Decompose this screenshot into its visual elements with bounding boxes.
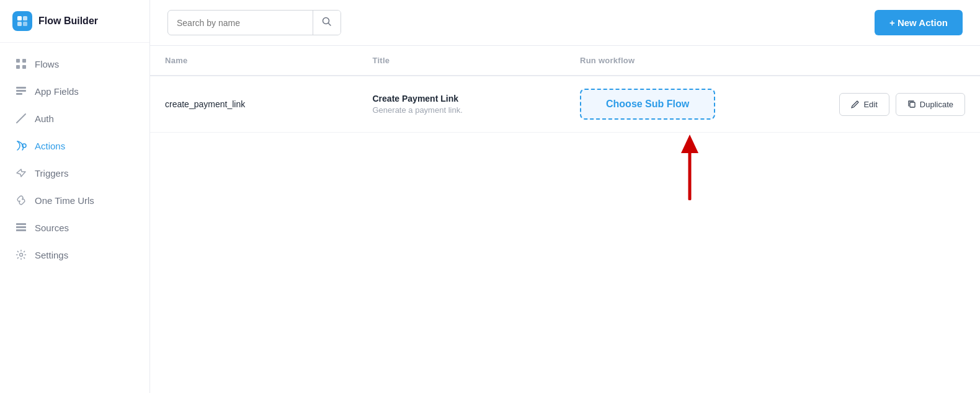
svg-rect-9 [16, 90, 26, 92]
svg-marker-20 [681, 135, 698, 153]
sidebar-item-flows-label: Flows [35, 59, 59, 69]
triggers-icon [15, 167, 27, 179]
choose-subflow-button[interactable]: Choose Sub Flow [580, 89, 715, 120]
arrow-annotation [677, 132, 702, 202]
svg-rect-15 [16, 229, 26, 231]
app-title: Flow Builder [38, 15, 98, 27]
svg-point-16 [20, 254, 23, 257]
svg-rect-10 [16, 93, 22, 95]
svg-rect-4 [16, 59, 20, 63]
sidebar-item-flows[interactable]: Flows [0, 50, 149, 77]
sidebar-item-one-time-urls[interactable]: One Time Urls [0, 187, 149, 214]
action-title: Create Payment Link [373, 94, 551, 104]
sidebar-item-triggers[interactable]: Triggers [0, 159, 149, 187]
auth-icon [15, 112, 27, 125]
col-title: Title [358, 46, 566, 76]
svg-rect-14 [16, 226, 26, 228]
sidebar-item-settings[interactable]: Settings [0, 241, 149, 268]
sources-icon [15, 221, 27, 234]
svg-line-18 [329, 24, 331, 26]
svg-line-11 [17, 114, 25, 123]
sidebar-header: Flow Builder [0, 0, 149, 43]
workflow-cell: Choose Sub Flow [565, 76, 814, 133]
sidebar-item-sources[interactable]: Sources [0, 214, 149, 241]
one-time-urls-icon [15, 194, 27, 206]
edit-button[interactable]: Edit [839, 93, 889, 116]
flows-icon [15, 58, 27, 70]
action-subtitle: Generate a payment link. [373, 105, 551, 115]
sidebar-item-actions[interactable]: Actions [0, 132, 149, 159]
search-box [167, 10, 341, 35]
app-fields-icon [15, 85, 27, 97]
sidebar-item-triggers-label: Triggers [35, 168, 68, 179]
search-button[interactable] [313, 11, 341, 35]
svg-rect-6 [16, 65, 20, 69]
svg-rect-13 [16, 223, 26, 225]
svg-rect-1 [23, 16, 27, 20]
topbar: + New Action [150, 0, 980, 46]
table-row: create_payment_link Create Payment Link … [150, 76, 980, 133]
svg-rect-0 [17, 16, 22, 20]
app-logo [12, 11, 32, 31]
sidebar-nav: Flows App Fields Auth [0, 43, 149, 393]
svg-rect-5 [22, 59, 26, 63]
action-name: create_payment_link [165, 99, 245, 109]
sidebar-item-settings-label: Settings [35, 250, 68, 260]
sidebar-item-app-fields-label: App Fields [35, 86, 79, 97]
main-content: + New Action Name Title Run workflow cre… [150, 0, 980, 393]
col-name: Name [150, 46, 358, 76]
search-input[interactable] [168, 12, 313, 34]
sidebar-item-auth[interactable]: Auth [0, 105, 149, 132]
col-workflow: Run workflow [565, 46, 814, 76]
svg-rect-3 [23, 22, 27, 26]
svg-rect-21 [910, 102, 915, 107]
sidebar-item-app-fields[interactable]: App Fields [0, 77, 149, 105]
action-buttons: Edit Duplicate [829, 93, 965, 116]
new-action-button[interactable]: + New Action [875, 10, 963, 35]
sidebar-item-one-time-urls-label: One Time Urls [35, 195, 94, 206]
sidebar-item-auth-label: Auth [35, 113, 54, 124]
actions-icon [15, 139, 27, 152]
settings-icon [15, 249, 27, 261]
sidebar-item-sources-label: Sources [35, 223, 69, 233]
svg-rect-7 [22, 65, 26, 69]
duplicate-button[interactable]: Duplicate [896, 93, 965, 116]
svg-rect-2 [17, 22, 22, 26]
svg-rect-8 [16, 87, 26, 89]
content-area: Name Title Run workflow create_payment_l… [150, 46, 980, 393]
sidebar: Flow Builder Flows [0, 0, 150, 393]
actions-table: Name Title Run workflow create_payment_l… [150, 46, 980, 133]
sidebar-item-actions-label: Actions [35, 141, 65, 151]
